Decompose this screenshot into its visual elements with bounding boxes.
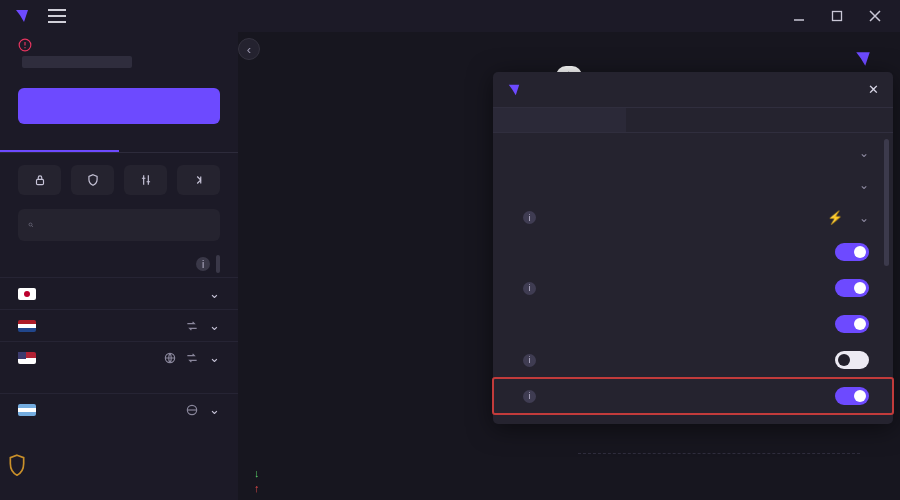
setting-row-start-minimized[interactable]: ⌄ (493, 169, 893, 201)
filter-tor-icon[interactable] (177, 165, 220, 195)
filter-shield-icon[interactable] (71, 165, 114, 195)
info-icon[interactable]: i (523, 211, 536, 224)
setting-row-show-notifications (493, 306, 893, 342)
chevron-down-icon: ⌄ (209, 402, 220, 417)
settings-tab-advanced[interactable] (760, 108, 893, 132)
setting-row-start-on-boot (493, 234, 893, 270)
window-close-icon[interactable] (866, 7, 884, 25)
chevron-down-icon: ⌄ (859, 146, 869, 160)
p2p-icon (185, 319, 199, 333)
toggle-start-on-boot[interactable] (835, 243, 869, 261)
country-row-argentina[interactable]: ⌄ (0, 393, 238, 425)
settings-tab-general[interactable] (493, 108, 626, 132)
svg-rect-0 (833, 12, 842, 21)
quick-connect-button[interactable] (18, 88, 220, 124)
protection-warning (0, 36, 238, 52)
toggle-automatic-updates[interactable] (835, 387, 869, 405)
toggle-show-notifications[interactable] (835, 315, 869, 333)
bolt-icon: ⚡ (827, 210, 843, 225)
flag-japan-icon (18, 288, 36, 300)
settings-scrollbar[interactable] (884, 139, 889, 416)
country-list: ⌄ ⌄ ⌄ ⌄ (0, 277, 238, 496)
country-row-netherlands[interactable]: ⌄ (0, 309, 238, 341)
free-locations-header: i (0, 251, 238, 277)
info-icon[interactable]: i (523, 354, 536, 367)
menu-icon[interactable] (48, 9, 66, 23)
settings-panel: ✕ ⌄ ⌄ i ⚡⌄ (493, 72, 893, 424)
ip-line (0, 52, 238, 74)
ip-value-masked (22, 56, 132, 68)
speed-panel: ↓ ↑ (248, 467, 890, 494)
titlebar (0, 0, 900, 32)
chevron-down-icon: ⌄ (859, 211, 869, 225)
setting-row-connect-on-start: i (493, 270, 893, 306)
sidebar-tabs (0, 132, 238, 153)
setting-row-early-access: i (493, 342, 893, 378)
country-row-united-states[interactable]: ⌄ (0, 341, 238, 373)
proton-logo-icon (854, 50, 872, 68)
toggle-connect-on-start[interactable] (835, 279, 869, 297)
chevron-down-icon: ⌄ (209, 350, 220, 365)
window-maximize-icon[interactable] (828, 7, 846, 25)
flag-us-icon (18, 352, 36, 364)
sidebar: i ⌄ ⌄ ⌄ (0, 32, 238, 500)
chevron-down-icon: ⌄ (859, 178, 869, 192)
p2p-icon (185, 351, 199, 365)
main-panel: ‹ ⌂ ▽ ▽ ▽ ▽ ▽ ↓ ↑ (238, 32, 900, 500)
speed-chart-baseline (578, 453, 860, 454)
filter-lock-icon[interactable] (18, 165, 61, 195)
search-field[interactable] (18, 209, 220, 241)
chevron-down-icon: ⌄ (209, 286, 220, 301)
tab-countries[interactable] (0, 132, 119, 152)
flag-argentina-icon (18, 404, 36, 416)
info-icon[interactable]: i (196, 257, 210, 271)
info-icon[interactable]: i (523, 390, 536, 403)
globe-icon (185, 403, 199, 417)
tab-profiles[interactable] (119, 132, 238, 152)
brand-label (854, 50, 884, 68)
alert-icon (18, 38, 32, 52)
settings-close-button[interactable]: ✕ (868, 82, 879, 97)
svg-point-4 (29, 223, 32, 226)
flag-netherlands-icon (18, 320, 36, 332)
app-logo-icon (14, 8, 30, 24)
settings-tab-connection[interactable] (626, 108, 759, 132)
country-row-japan[interactable]: ⌄ (0, 277, 238, 309)
toggle-early-access[interactable] (835, 351, 869, 369)
filter-p2p-icon[interactable] (124, 165, 167, 195)
search-icon (28, 218, 34, 232)
svg-point-2 (24, 47, 25, 48)
chevron-down-icon: ⌄ (209, 318, 220, 333)
svg-rect-3 (36, 179, 43, 184)
setting-row-automatic-updates: i (493, 378, 893, 414)
info-icon[interactable]: i (523, 282, 536, 295)
proton-logo-icon (507, 83, 521, 97)
setting-row-quick-connect[interactable]: i ⚡⌄ (493, 201, 893, 234)
scrollbar-thumb[interactable] (216, 255, 220, 273)
collapse-sidebar-button[interactable]: ‹ (238, 38, 260, 60)
search-input[interactable] (42, 218, 210, 233)
setting-row-language[interactable]: ⌄ (493, 137, 893, 169)
window-minimize-icon[interactable] (790, 7, 808, 25)
globe-icon (163, 351, 177, 365)
